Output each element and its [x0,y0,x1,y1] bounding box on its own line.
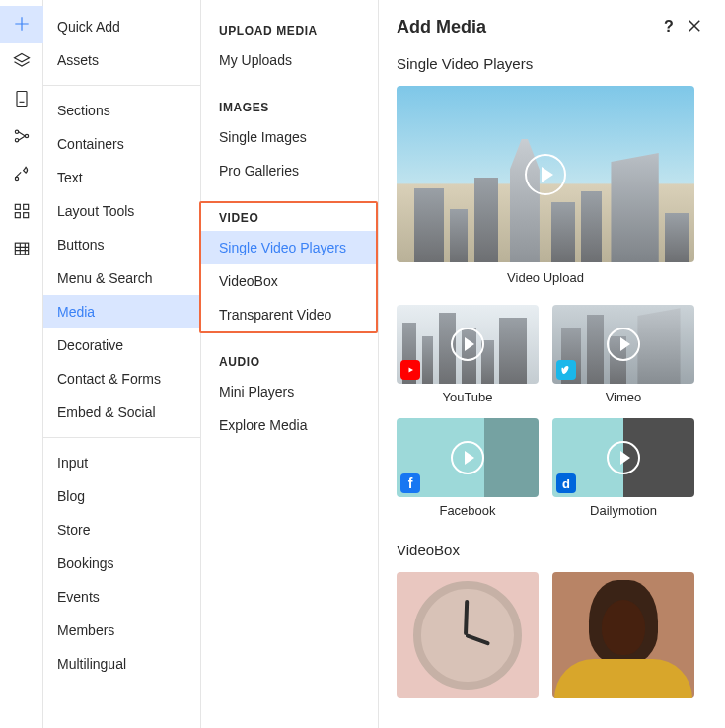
sub-heading: AUDIO [201,349,378,375]
rail-layers[interactable] [0,43,43,81]
rail-data[interactable] [0,231,43,268]
help-icon: ? [664,18,674,36]
clock-thumb [397,572,539,698]
category-decorative[interactable]: Decorative [43,328,200,362]
provider-card-wrap-vm: Vimeo [552,305,694,404]
panel-title: Add Media [397,17,656,37]
provider-card-wrap-yt: YouTube [397,305,539,404]
play-icon [451,441,484,474]
svg-rect-7 [23,212,28,217]
svg-rect-4 [15,204,20,209]
category-media[interactable]: Media [43,295,200,328]
category-menu-search[interactable]: Menu & Search [43,261,200,295]
fb-badge-icon: f [400,473,420,493]
category-members[interactable]: Members [43,614,200,647]
portrait-thumb [552,572,694,698]
sub-group-upload-media: UPLOAD MEDIAMy Uploads [201,18,378,77]
category-assets[interactable]: Assets [43,43,200,77]
svg-point-1 [15,130,18,133]
videobox-row [397,572,707,698]
category-multilingual[interactable]: Multilingual [43,647,200,681]
sub-item-videobox[interactable]: VideoBox [201,264,378,298]
sub-group-audio: AUDIOMini PlayersExplore Media [201,349,378,442]
category-blog[interactable]: Blog [43,479,200,513]
table-icon [12,239,32,261]
video-upload-label: Video Upload [397,270,694,285]
provider-card-vm[interactable] [552,305,694,384]
sub-heading: VIDEO [201,205,378,231]
videobox-clock-card[interactable] [397,572,539,698]
provider-label-dm: Dailymotion [552,503,694,518]
provider-label-yt: YouTube [397,390,539,404]
category-input[interactable]: Input [43,446,200,479]
sub-item-mini-players[interactable]: Mini Players [201,375,378,408]
provider-card-dm[interactable]: d [552,418,694,497]
sub-group-video: VIDEOSingle Video PlayersVideoBoxTranspa… [201,205,378,331]
category-store[interactable]: Store [43,513,200,546]
svg-rect-6 [15,212,20,217]
provider-card-fb[interactable]: f [397,418,539,497]
sub-heading: IMAGES [201,95,378,120]
category-embed-social[interactable]: Embed & Social [43,396,200,429]
page-icon [12,89,32,111]
category-text[interactable]: Text [43,161,200,194]
category-separator [43,437,200,438]
svg-rect-8 [15,243,28,255]
layers-icon [12,51,32,74]
category-bookings[interactable]: Bookings [43,546,200,580]
svg-rect-5 [23,204,28,209]
plus-icon [12,14,32,36]
play-icon [525,154,566,195]
sub-heading: UPLOAD MEDIA [201,18,378,43]
sub-item-transparent-video[interactable]: Transparent Video [201,298,378,331]
paint-drop-icon [12,164,32,186]
rail-apps[interactable] [0,193,43,231]
sub-item-single-images[interactable]: Single Images [201,120,378,154]
category-buttons[interactable]: Buttons [43,228,200,261]
provider-card-wrap-fb: fFacebook [397,418,539,518]
add-media-panel: Add Media ? Single Video Players [379,0,725,728]
sub-item-pro-galleries[interactable]: Pro Galleries [201,154,378,187]
rail-add[interactable] [0,6,43,43]
rail-theme[interactable] [0,156,43,193]
connection-icon [12,126,32,149]
video-upload-card[interactable] [397,86,694,262]
sub-item-single-video-players[interactable]: Single Video Players [201,231,378,264]
subcategory-column: UPLOAD MEDIAMy UploadsIMAGESSingle Image… [201,0,379,728]
sub-item-explore-media[interactable]: Explore Media [201,408,378,442]
provider-grid: YouTubeVimeofFacebookdDailymotion [397,305,694,518]
vm-badge-icon [556,360,576,380]
category-events[interactable]: Events [43,580,200,614]
section-title-videobox: VideoBox [397,542,707,558]
play-icon [607,328,640,361]
category-contact-forms[interactable]: Contact & Forms [43,362,200,396]
category-quick-add[interactable]: Quick Add [43,10,200,43]
rail-connections[interactable] [0,118,43,156]
apps-grid-icon [12,201,32,224]
svg-rect-0 [17,91,27,106]
provider-label-vm: Vimeo [552,390,694,404]
yt-badge-icon [400,360,420,380]
sub-group-images: IMAGESSingle ImagesPro Galleries [201,95,378,187]
editor-add-panel-root: Quick AddAssetsSectionsContainersTextLay… [0,0,725,728]
provider-label-fb: Facebook [397,503,539,518]
dm-badge-icon: d [556,473,576,493]
play-icon [607,441,640,474]
category-sections[interactable]: Sections [43,94,200,127]
sub-item-my-uploads[interactable]: My Uploads [201,43,378,77]
provider-card-wrap-dm: dDailymotion [552,418,694,518]
panel-header: Add Media ? [379,0,725,45]
panel-body: Single Video Players Video Upload YouTub… [379,45,725,728]
close-icon [686,17,703,37]
category-layout-tools[interactable]: Layout Tools [43,194,200,228]
left-icon-rail [0,0,43,728]
svg-point-2 [15,138,18,141]
help-button[interactable]: ? [656,14,682,39]
close-button[interactable] [682,14,707,39]
category-column: Quick AddAssetsSectionsContainersTextLay… [43,0,201,728]
provider-card-yt[interactable] [397,305,539,384]
category-containers[interactable]: Containers [43,127,200,161]
rail-page[interactable] [0,81,43,118]
svg-point-3 [25,134,28,137]
videobox-portrait-card[interactable] [552,572,694,698]
